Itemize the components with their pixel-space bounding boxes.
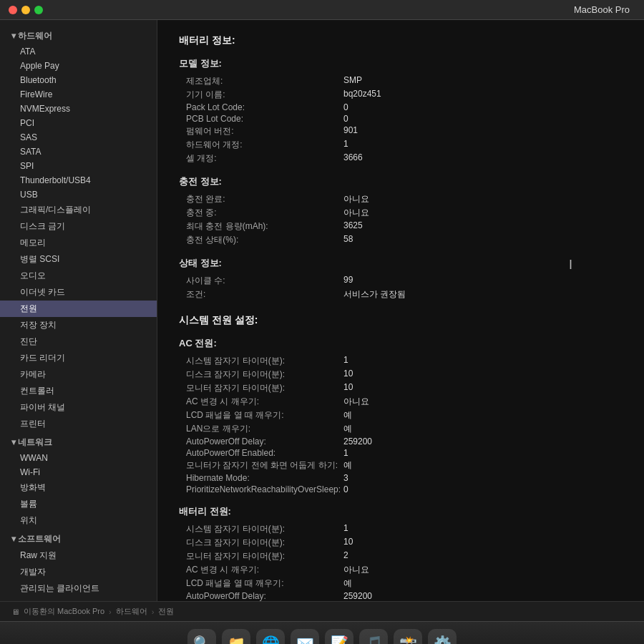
table-row: Hibernate Mode:3 (179, 472, 623, 484)
battery-power-title: 배터리 전원: (179, 505, 623, 518)
sidebar-item-audio[interactable]: 오디오 (0, 268, 157, 284)
sidebar-item-usb[interactable]: USB (0, 187, 157, 202)
sidebar-item-storage[interactable]: 저장 장치 (0, 317, 157, 333)
sidebar-item-sata[interactable]: SATA (0, 145, 157, 159)
info-value: 0 (343, 484, 348, 494)
content-area: 배터리 정보: 모델 정보: 제조업체:SMP기기 이름:bq20z451Pac… (157, 20, 644, 601)
sidebar-item-nvmexpress[interactable]: NVMExpress (0, 102, 157, 116)
info-label: 셀 개정: (186, 152, 343, 165)
table-row: 시스템 잠자기 타이머(분):1 (179, 522, 623, 536)
sidebar-item-firewall[interactable]: 방화벽 (0, 479, 157, 496)
breadcrumb-part-1: 이동환의 MacBook Pro (24, 606, 104, 617)
model-info-table: 제조업체:SMP기기 이름:bq20z451Pack Lot Code:0PCB… (179, 74, 623, 165)
info-value: bq20z451 (343, 89, 381, 101)
sidebar-item-sas[interactable]: SAS (0, 130, 157, 145)
table-row: 모니터 잠자기 타이머(분):2 (179, 550, 623, 563)
dock-icon-7[interactable]: ⚙️ (428, 629, 457, 645)
table-row: 펌웨어 버전:901 (179, 125, 623, 138)
info-label: 충전 중: (186, 207, 343, 219)
info-value: 3 (343, 473, 348, 483)
table-row: 모니터가 잠자기 전에 화면 어둡게 하기:예 (179, 459, 623, 472)
sidebar-item-ethernetcard[interactable]: 이더넷 카드 (0, 284, 157, 301)
sidebar-item-controller[interactable]: 컨트롤러 (0, 383, 157, 399)
info-label: 충전 완료: (186, 193, 343, 205)
table-row: PCB Lot Code:0 (179, 113, 623, 125)
sidebar-item-bluetooth[interactable]: Bluetooth (0, 73, 157, 87)
sidebar-item-developer[interactable]: 개발자 (0, 564, 157, 580)
info-label: 하드웨어 개정: (186, 139, 343, 151)
info-label: AutoPowerOff Delay: (186, 591, 343, 601)
sidebar-item-power[interactable]: 전원 (0, 301, 157, 317)
info-value: 3625 (343, 220, 363, 233)
dock-icon-2[interactable]: 🌐 (256, 629, 285, 645)
maximize-button[interactable] (34, 6, 43, 14)
sidebar-item-software-header[interactable]: ▾ 소프트웨어 (0, 529, 157, 547)
sidebar-item-camera[interactable]: 카메라 (0, 366, 157, 383)
table-row: 셀 개정:3666 (179, 152, 623, 165)
info-label: LAN으로 깨우기: (186, 423, 343, 435)
table-row: 하드웨어 개정:1 (179, 138, 623, 152)
sidebar-item-firewire[interactable]: FireWire (0, 87, 157, 102)
power-settings-title: 시스템 전원 설정: (179, 314, 623, 327)
sidebar-item-wwan[interactable]: WWAN (0, 451, 157, 465)
sidebar-item-cardreader[interactable]: 카드 리더기 (0, 350, 157, 366)
info-label: 디스크 잠자기 타이머(분): (186, 537, 343, 549)
title-bar: MacBook Pro (0, 0, 644, 20)
table-row: 시스템 잠자기 타이머(분):1 (179, 354, 623, 368)
sidebar-item-diagnosis[interactable]: 진단 (0, 333, 157, 350)
dock-icon-6[interactable]: 📸 (394, 629, 422, 645)
dock-icon-4[interactable]: 📝 (325, 629, 353, 645)
sidebar-item-applepay[interactable]: Apple Pay (0, 59, 157, 73)
sidebar-item-printer[interactable]: 프린터 (0, 416, 157, 432)
table-row: PrioritizeNetworkReachabilityOverSleep:0 (179, 484, 623, 495)
minimize-button[interactable] (21, 6, 30, 14)
info-value: 예 (343, 423, 352, 435)
table-row: 디스크 잠자기 타이머(분):10 (179, 536, 623, 550)
sidebar-item-pci[interactable]: PCI (0, 116, 157, 130)
sidebar-item-fiberchannel[interactable]: 파이버 채널 (0, 399, 157, 416)
sidebar-item-memory[interactable]: 메모리 (0, 235, 157, 251)
info-label: Hibernate Mode: (186, 473, 343, 483)
info-value: 예 (343, 409, 352, 421)
close-button[interactable] (9, 6, 17, 14)
info-value: 1 (343, 139, 348, 151)
sidebar-item-disk[interactable]: 디스크 금기 (0, 218, 157, 235)
info-label: AutoPowerOff Enabled: (186, 448, 343, 458)
info-label: PrioritizeNetworkReachabilityOverSleep: (186, 484, 343, 494)
table-row: 제조업체:SMP (179, 74, 623, 88)
dock-icon-5[interactable]: 🎵 (359, 629, 388, 645)
info-label: 펌웨어 버전: (186, 125, 343, 137)
main-section-title: 배터리 정보: (179, 34, 623, 47)
sidebar-item-parallelscsi[interactable]: 병렬 SCSI (0, 251, 157, 268)
info-value: 서비스가 권장됨 (343, 288, 406, 301)
table-row: LAN으로 깨우기:예 (179, 422, 623, 436)
sidebar-item-network-header[interactable]: ▾ 네트워크 (0, 432, 157, 451)
model-info-title: 모델 정보: (179, 57, 623, 70)
sidebar-item-managingclient[interactable]: 관리되는 클라이언트 (0, 580, 157, 597)
info-label: LCD 패널을 열 때 깨우기: (186, 409, 343, 421)
sidebar-item-hardware-header[interactable]: ▾ 하드웨어 (0, 26, 157, 44)
sidebar-item-spi[interactable]: SPI (0, 159, 157, 173)
sidebar-item-where[interactable]: 위치 (0, 512, 157, 529)
dock-icon-3[interactable]: ✉️ (291, 629, 319, 645)
info-label: 모니터 잠자기 타이머(분): (186, 382, 343, 394)
sidebar-item-rawsupport[interactable]: Raw 지원 (0, 547, 157, 564)
dock-icon-1[interactable]: 📁 (222, 629, 250, 645)
dock-icon-0[interactable]: 🔍 (187, 629, 216, 645)
info-value: 3666 (343, 152, 363, 165)
info-label: 충전 상태(%): (186, 234, 343, 246)
sidebar-item-syncservice[interactable]: 동기화 서비스 (0, 597, 157, 601)
info-label: 시스템 잠자기 타이머(분): (186, 355, 343, 367)
sidebar-item-ata[interactable]: ATA (0, 44, 157, 59)
text-cursor: I (569, 258, 572, 273)
sidebar-item-wifi[interactable]: Wi-Fi (0, 465, 157, 479)
table-row: 최대 충전 용량(mAh):3625 (179, 220, 623, 233)
sidebar-item-thunderbolt[interactable]: Thunderbolt/USB4 (0, 173, 157, 187)
sidebar-item-graphics[interactable]: 그래픽/디스플레이 (0, 202, 157, 218)
info-label: 모니터 잠자기 타이머(분): (186, 550, 343, 562)
sidebar-item-volumes[interactable]: 볼륨 (0, 496, 157, 512)
ac-power-title: AC 전원: (179, 337, 623, 350)
table-row: 모니터 잠자기 타이머(분):10 (179, 381, 623, 395)
window-controls (9, 6, 43, 14)
table-row: 사이클 수:99 (179, 274, 623, 288)
